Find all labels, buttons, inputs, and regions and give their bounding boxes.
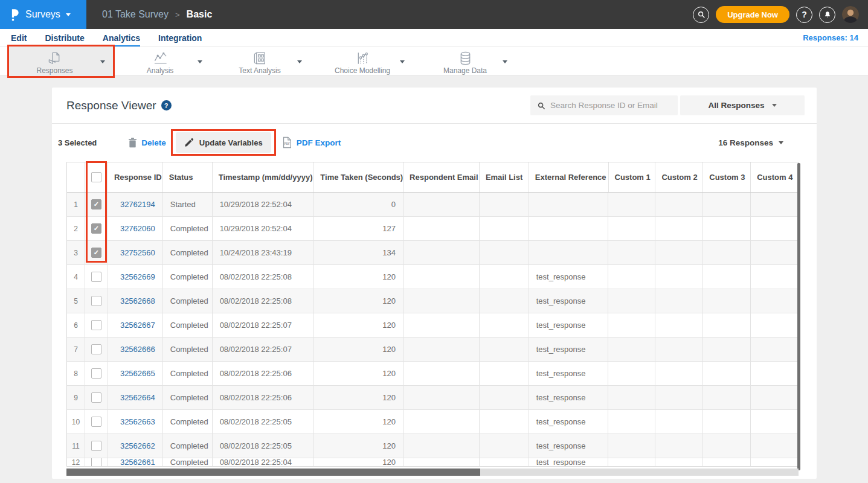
- cell-timestamp: 08/02/2018 22:25:06: [213, 362, 315, 385]
- chevron-down-icon[interactable]: [198, 60, 202, 63]
- response-id-link[interactable]: 32762194: [120, 200, 155, 209]
- cell-external-reference: test_response: [529, 265, 609, 289]
- response-id-link[interactable]: 32562669: [120, 272, 155, 281]
- cell-email-list: [480, 217, 529, 240]
- row-number: 2: [67, 217, 85, 240]
- cell-email-list: [480, 458, 529, 466]
- chevron-down-icon[interactable]: [100, 60, 105, 63]
- toolbar-choice-modelling-button[interactable]: Choice Modelling: [325, 47, 413, 76]
- response-id-link[interactable]: 32562665: [120, 369, 155, 378]
- row-checkbox[interactable]: [91, 458, 101, 466]
- help-badge-icon[interactable]: ?: [161, 100, 172, 110]
- cell-respondent-email: [403, 217, 480, 240]
- tab-edit[interactable]: Edit: [11, 32, 27, 44]
- row-checkbox[interactable]: [91, 368, 101, 379]
- help-icon[interactable]: ?: [796, 7, 812, 23]
- surveys-menu-button[interactable]: Surveys: [0, 0, 86, 29]
- response-id-link[interactable]: 32562666: [120, 345, 155, 354]
- cell-response-id: 32562664: [108, 386, 163, 409]
- bell-icon[interactable]: [819, 7, 835, 23]
- cell-custom4: [751, 265, 798, 289]
- cell-respondent-email: [403, 313, 480, 337]
- toolbar-analysis-button[interactable]: Analysis: [123, 47, 210, 76]
- search-icon[interactable]: [693, 7, 709, 23]
- vertical-scrollbar[interactable]: [797, 163, 800, 470]
- response-id-link[interactable]: 32562664: [120, 393, 155, 402]
- cell-custom4: [751, 410, 798, 433]
- row-checkbox[interactable]: ✓: [91, 248, 101, 258]
- row-checkbox[interactable]: ✓: [91, 223, 101, 234]
- cell-email-list: [480, 386, 529, 409]
- analysis-icon: [152, 51, 169, 66]
- response-id-link[interactable]: 32562667: [120, 321, 155, 330]
- table-row: 1✓32762194Started10/29/2018 22:52:040: [67, 193, 798, 217]
- filter-value: All Responses: [708, 101, 764, 110]
- cell-respondent-email: [403, 265, 480, 289]
- pdf-export-button[interactable]: PDF PDF Export: [281, 136, 341, 149]
- row-checkbox[interactable]: [91, 344, 101, 354]
- cell-custom2: [655, 265, 703, 289]
- toolbar-text-analysis-button[interactable]: Text Analysis: [222, 47, 310, 76]
- select-all-checkbox[interactable]: [91, 172, 101, 182]
- cell-custom1: [608, 458, 655, 466]
- cell-external-reference: [529, 193, 609, 216]
- response-id-link[interactable]: 32752560: [120, 248, 155, 257]
- chevron-down-icon[interactable]: [400, 60, 405, 63]
- cell-external-reference: test_response: [529, 337, 609, 361]
- cell-email-list: [480, 241, 529, 264]
- column-label: Custom 4: [757, 173, 792, 182]
- update-variables-button[interactable]: Update Variables: [176, 132, 271, 153]
- response-id-link[interactable]: 32562661: [120, 458, 155, 466]
- column-header-custom-1: Custom 1: [609, 162, 656, 192]
- column-header-custom-4: Custom 4: [751, 162, 798, 192]
- horizontal-scrollbar-thumb[interactable]: [66, 469, 480, 476]
- row-checkbox[interactable]: ✓: [91, 199, 101, 210]
- questionpro-logo-icon: [10, 8, 20, 22]
- row-checkbox[interactable]: [91, 441, 101, 451]
- chevron-down-icon[interactable]: [297, 60, 302, 63]
- breadcrumb-survey-name[interactable]: 01 Take Survey: [102, 9, 169, 20]
- response-id-link[interactable]: 32562668: [120, 296, 155, 305]
- avatar[interactable]: [842, 6, 859, 23]
- table-row: 1032562663Completed08/02/2018 22:25:0512…: [67, 410, 798, 434]
- column-label: Response ID: [114, 173, 162, 182]
- cell-status: Completed: [163, 241, 213, 264]
- row-checkbox[interactable]: [91, 296, 101, 306]
- response-id-link[interactable]: 32562662: [120, 441, 155, 450]
- chevron-down-icon[interactable]: [503, 60, 507, 63]
- cell-external-reference: test_response: [529, 410, 609, 433]
- responses-dropdown-label: 16 Responses: [718, 138, 773, 147]
- tab-distribute[interactable]: Distribute: [45, 32, 84, 44]
- table-row: 3✓32752560Completed10/24/2018 23:43:1913…: [67, 241, 798, 265]
- ribbon-toolbar: ResponsesAnalysisText AnalysisChoice Mod…: [0, 46, 868, 76]
- responses-count: Responses: 14: [803, 33, 868, 42]
- table-row: 532562668Completed08/02/2018 22:25:08120…: [67, 289, 798, 313]
- row-checkbox[interactable]: [91, 417, 101, 427]
- cell-custom4: [751, 289, 798, 313]
- action-bar: 3 Selected Delete Update Variables PDF P…: [52, 124, 817, 161]
- row-checkbox[interactable]: [91, 272, 101, 282]
- upgrade-now-button[interactable]: Upgrade Now: [716, 6, 789, 23]
- response-search-input[interactable]: [550, 101, 671, 110]
- delete-button[interactable]: Delete: [128, 138, 166, 148]
- cell-custom2: [655, 337, 703, 361]
- column-label: Time Taken (Seconds): [320, 173, 403, 182]
- cell-status: Completed: [163, 434, 213, 458]
- response-id-link[interactable]: 32562663: [120, 417, 155, 426]
- tab-integration[interactable]: Integration: [158, 32, 202, 44]
- toolbar-manage-data-button[interactable]: Manage Data: [428, 47, 515, 76]
- cell-timestamp: 10/24/2018 23:43:19: [213, 241, 315, 264]
- response-viewer-card: Response Viewer ? All Responses 3 Select…: [52, 88, 817, 479]
- tab-analytics[interactable]: Analytics: [103, 32, 140, 44]
- cell-respondent-email: [403, 193, 480, 216]
- toolbar-label: Responses: [36, 66, 72, 75]
- row-checkbox[interactable]: [91, 392, 101, 403]
- toolbar-responses-button[interactable]: Responses: [9, 47, 113, 76]
- cell-status: Started: [163, 193, 213, 216]
- response-id-link[interactable]: 32762060: [120, 224, 155, 233]
- horizontal-scrollbar-track[interactable]: [66, 469, 799, 476]
- response-filter-dropdown[interactable]: All Responses: [680, 95, 805, 115]
- table-row: 1232562661Completed08/02/2018 22:25:0412…: [67, 458, 798, 466]
- responses-count-dropdown[interactable]: 16 Responses: [718, 138, 783, 147]
- row-checkbox[interactable]: [91, 320, 101, 330]
